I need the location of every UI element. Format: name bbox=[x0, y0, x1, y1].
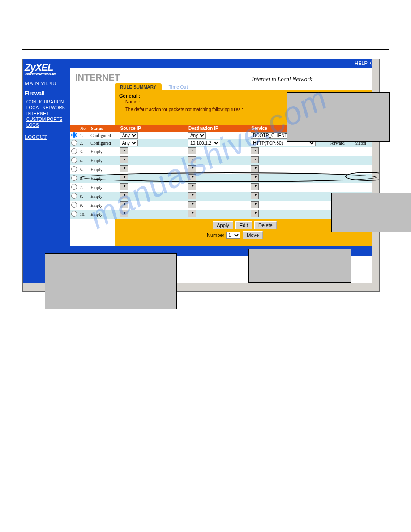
row-no: 3. bbox=[79, 147, 90, 156]
name-label: Name : bbox=[125, 99, 140, 104]
service-select[interactable] bbox=[251, 210, 259, 217]
table-row: 9.Empty bbox=[70, 201, 375, 210]
callout-right bbox=[331, 193, 411, 232]
row-log bbox=[354, 165, 375, 174]
destination-ip-select[interactable]: Any bbox=[188, 132, 206, 139]
row-log bbox=[354, 183, 375, 192]
logo-tagline: Total Internet Access Solution bbox=[25, 73, 68, 76]
move-button[interactable]: Move bbox=[243, 231, 263, 239]
row-status: Empty bbox=[90, 201, 119, 210]
help-bar: HELP ? bbox=[70, 59, 379, 68]
row-no: 2. bbox=[79, 139, 90, 147]
sidebar-heading-firewall: Firewall bbox=[25, 90, 68, 97]
logout-link[interactable]: LOGOUT bbox=[25, 134, 68, 141]
row-radio[interactable] bbox=[71, 211, 77, 217]
service-select[interactable] bbox=[251, 201, 259, 208]
bottom-rule bbox=[22, 489, 389, 489]
table-row: 4.Empty bbox=[70, 156, 375, 165]
row-action bbox=[329, 165, 354, 174]
move-number-select[interactable]: 1 bbox=[226, 232, 240, 239]
row-no: 10. bbox=[79, 210, 90, 219]
source-ip-select[interactable] bbox=[120, 192, 128, 199]
service-select[interactable] bbox=[251, 156, 259, 163]
row-no: 7. bbox=[79, 183, 90, 192]
source-ip-select[interactable] bbox=[120, 165, 128, 172]
service-select[interactable] bbox=[251, 192, 259, 199]
row-no: 8. bbox=[79, 192, 90, 201]
main-menu-link[interactable]: MAIN MENU bbox=[25, 80, 68, 87]
row-status: Configured bbox=[90, 132, 119, 139]
table-row: 7.Empty bbox=[70, 183, 375, 192]
sidebar-item-configuration[interactable]: CONFIGURATION bbox=[26, 99, 68, 104]
sidebar-item-custom-ports[interactable]: CUSTOM PORTS bbox=[26, 117, 68, 122]
table-row: 5.Empty bbox=[70, 165, 375, 174]
source-ip-select[interactable]: Any bbox=[120, 140, 138, 146]
row-status: Empty bbox=[90, 210, 119, 219]
callout-bottom-left bbox=[45, 253, 177, 309]
source-ip-select[interactable] bbox=[120, 210, 128, 217]
default-action-label: The default action for packets not match… bbox=[125, 107, 243, 112]
row-action bbox=[329, 183, 354, 192]
apply-button[interactable]: Apply bbox=[213, 221, 233, 229]
sidebar: ZyXEL Total Internet Access Solution MAI… bbox=[23, 59, 70, 283]
callout-bottom-center bbox=[248, 249, 351, 283]
row-status: Empty bbox=[90, 147, 119, 156]
row-no: 4. bbox=[79, 156, 90, 165]
th-no: No. bbox=[79, 125, 90, 132]
source-ip-select[interactable]: Any bbox=[120, 132, 138, 139]
row-status: Configured bbox=[90, 139, 119, 147]
tab-rule-summary[interactable]: RULE SUMMARY bbox=[115, 83, 162, 91]
source-ip-select[interactable] bbox=[120, 174, 128, 181]
table-row: 10.Empty bbox=[70, 210, 375, 219]
row-log bbox=[354, 147, 375, 156]
callout-top-right bbox=[287, 92, 390, 142]
row-radio[interactable] bbox=[71, 184, 77, 190]
row-status: Empty bbox=[90, 192, 119, 201]
service-select[interactable] bbox=[251, 174, 259, 181]
source-ip-select[interactable] bbox=[120, 156, 128, 163]
service-select[interactable] bbox=[251, 183, 259, 190]
destination-ip-select[interactable] bbox=[188, 147, 196, 154]
destination-ip-select[interactable] bbox=[188, 192, 196, 199]
destination-ip-select[interactable] bbox=[188, 183, 196, 190]
table-row: 8.Empty bbox=[70, 192, 375, 201]
destination-ip-select[interactable]: 10.100.1.2 bbox=[188, 140, 220, 146]
destination-ip-select[interactable] bbox=[188, 174, 196, 181]
logo: ZyXEL Total Internet Access Solution bbox=[25, 62, 68, 76]
row-radio[interactable] bbox=[71, 175, 77, 181]
tab-time-out[interactable]: Time Out bbox=[163, 83, 193, 91]
destination-ip-select[interactable] bbox=[188, 210, 196, 217]
row-action bbox=[329, 174, 354, 183]
table-row: 3.Empty bbox=[70, 147, 375, 156]
tab-bar: RULE SUMMARY Time Out bbox=[115, 83, 379, 90]
service-select[interactable] bbox=[251, 165, 259, 172]
destination-ip-select[interactable] bbox=[188, 201, 196, 208]
row-radio[interactable] bbox=[71, 148, 77, 154]
logo-text: ZyXEL bbox=[25, 62, 53, 73]
source-ip-select[interactable] bbox=[120, 183, 128, 190]
row-radio[interactable] bbox=[71, 140, 77, 146]
service-select[interactable] bbox=[251, 147, 259, 154]
source-ip-select[interactable] bbox=[120, 147, 128, 154]
destination-ip-select[interactable] bbox=[188, 165, 196, 172]
table-row: 6.Empty bbox=[70, 174, 375, 183]
sidebar-item-logs[interactable]: LOGS bbox=[26, 123, 68, 128]
help-label[interactable]: HELP bbox=[355, 60, 368, 66]
row-status: Empty bbox=[90, 156, 119, 165]
source-ip-select[interactable] bbox=[120, 201, 128, 208]
row-no: 1. bbox=[79, 132, 90, 139]
destination-ip-select[interactable] bbox=[188, 156, 196, 163]
row-radio[interactable] bbox=[71, 202, 77, 208]
row-radio[interactable] bbox=[71, 157, 77, 163]
row-log bbox=[354, 174, 375, 183]
edit-button[interactable]: Edit bbox=[235, 221, 252, 229]
delete-button[interactable]: Delete bbox=[254, 221, 277, 229]
row-radio[interactable] bbox=[71, 166, 77, 172]
row-status: Empty bbox=[90, 174, 119, 183]
sidebar-item-local-network[interactable]: LOCAL NETWORK bbox=[26, 105, 68, 110]
th-destination: Destination IP bbox=[187, 125, 250, 132]
row-radio[interactable] bbox=[71, 132, 77, 138]
row-radio[interactable] bbox=[71, 193, 77, 199]
top-rule bbox=[22, 49, 389, 50]
sidebar-item-internet[interactable]: INTERNET bbox=[26, 111, 68, 116]
